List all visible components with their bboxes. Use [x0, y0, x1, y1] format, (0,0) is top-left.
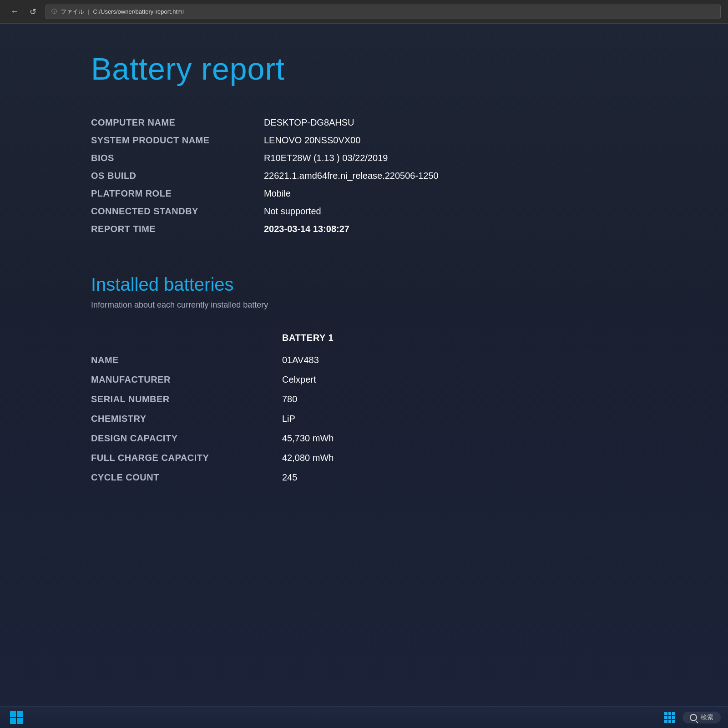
value-system-product: LENOVO 20NSS0VX00	[264, 135, 360, 146]
windows-pane-4	[17, 718, 23, 724]
grid-cell-6	[672, 716, 675, 719]
label-manufacturer: MANUFACTURER	[91, 374, 282, 385]
address-url: C:/Users/owner/battery-report.html	[93, 8, 183, 15]
start-button[interactable]	[7, 708, 25, 727]
battery-row-serial-number: SERIAL NUMBER 780	[91, 389, 637, 409]
installed-batteries-section: Installed batteries Information about ea…	[91, 274, 637, 487]
info-icon: ⓘ	[51, 8, 57, 15]
value-os-build: 22621.1.amd64fre.ni_release.220506-1250	[264, 171, 439, 181]
battery-row-full-charge: FULL CHARGE CAPACITY 42,080 mWh	[91, 448, 637, 468]
label-computer-name: COMPUTER NAME	[91, 117, 246, 128]
label-chemistry: CHEMISTRY	[91, 414, 282, 424]
section-subtitle-batteries: Information about each currently install…	[91, 300, 637, 310]
battery-row-chemistry: CHEMISTRY LiP	[91, 409, 637, 429]
windows-pane-1	[10, 711, 16, 717]
grid-cell-7	[664, 720, 667, 723]
info-row-connected-standby: CONNECTED STANDBY Not supported	[91, 202, 637, 220]
info-row-os-build: OS BUILD 22621.1.amd64fre.ni_release.220…	[91, 167, 637, 185]
taskbar: 検索	[0, 706, 728, 728]
value-manufacturer: Celxpert	[282, 374, 637, 385]
label-connected-standby: CONNECTED STANDBY	[91, 206, 246, 217]
battery-col-1: BATTERY 1	[282, 333, 637, 343]
grid-cell-3	[672, 712, 675, 715]
address-bar[interactable]: ⓘ ファイル | C:/Users/owner/battery-report.h…	[46, 5, 721, 19]
grid-cell-5	[668, 716, 672, 719]
label-bios: BIOS	[91, 153, 246, 163]
file-label: ファイル	[61, 8, 84, 16]
grid-cell-4	[664, 716, 667, 719]
info-row-system-product: SYSTEM PRODUCT NAME LENOVO 20NSS0VX00	[91, 131, 637, 149]
label-name: NAME	[91, 355, 282, 365]
battery-label-col-header	[91, 333, 282, 343]
value-chemistry: LiP	[282, 414, 637, 424]
battery-1-header: BATTERY 1	[282, 333, 334, 343]
battery-header-row: BATTERY 1	[91, 333, 637, 343]
label-platform-role: PLATFORM ROLE	[91, 188, 246, 199]
label-report-time: REPORT TIME	[91, 224, 246, 234]
battery-row-cycle-count: CYCLE COUNT 245	[91, 468, 637, 487]
label-cycle-count: CYCLE COUNT	[91, 472, 282, 483]
value-serial-number: 780	[282, 394, 637, 404]
windows-pane-2	[17, 711, 23, 717]
browser-bar: ← ↺ ⓘ ファイル | C:/Users/owner/battery-repo…	[0, 0, 728, 24]
search-icon	[690, 714, 697, 721]
battery-row-manufacturer: MANUFACTURER Celxpert	[91, 370, 637, 389]
label-serial-number: SERIAL NUMBER	[91, 394, 282, 404]
value-computer-name: DESKTOP-DG8AHSU	[264, 117, 354, 128]
label-full-charge: FULL CHARGE CAPACITY	[91, 453, 282, 463]
taskbar-search[interactable]: 検索	[682, 712, 721, 723]
refresh-button[interactable]: ↺	[25, 5, 40, 19]
info-row-report-time: REPORT TIME 2023-03-14 13:08:27	[91, 220, 637, 238]
value-bios: R10ET28W (1.13 ) 03/22/2019	[264, 153, 388, 163]
windows-pane-3	[10, 718, 16, 724]
value-name: 01AV483	[282, 355, 637, 365]
value-report-time: 2023-03-14 13:08:27	[264, 224, 349, 234]
battery-row-name: NAME 01AV483	[91, 350, 637, 370]
battery-table: BATTERY 1 NAME 01AV483 MANUFACTURER Celx…	[91, 333, 637, 487]
label-os-build: OS BUILD	[91, 171, 246, 181]
value-platform-role: Mobile	[264, 188, 291, 199]
value-connected-standby: Not supported	[264, 206, 321, 217]
label-design-capacity: DESIGN CAPACITY	[91, 433, 282, 444]
info-row-bios: BIOS R10ET28W (1.13 ) 03/22/2019	[91, 149, 637, 167]
value-design-capacity: 45,730 mWh	[282, 433, 637, 444]
search-label: 検索	[701, 713, 713, 722]
main-content: Battery report COMPUTER NAME DESKTOP-DG8…	[0, 24, 728, 706]
browser-nav: ← ↺	[7, 5, 40, 19]
value-cycle-count: 245	[282, 472, 637, 483]
label-system-product: SYSTEM PRODUCT NAME	[91, 135, 246, 146]
grid-cell-1	[664, 712, 667, 715]
value-full-charge: 42,080 mWh	[282, 453, 637, 463]
info-row-computer-name: COMPUTER NAME DESKTOP-DG8AHSU	[91, 114, 637, 131]
section-title-batteries: Installed batteries	[91, 274, 637, 295]
grid-cell-2	[668, 712, 672, 715]
grid-cell-9	[672, 720, 675, 723]
system-info-table: COMPUTER NAME DESKTOP-DG8AHSU SYSTEM PRO…	[91, 114, 637, 238]
back-button[interactable]: ←	[7, 5, 22, 19]
grid-cell-8	[668, 720, 672, 723]
grid-icon[interactable]	[662, 710, 677, 725]
info-row-platform-role: PLATFORM ROLE Mobile	[91, 185, 637, 202]
windows-icon	[10, 711, 23, 724]
battery-row-design-capacity: DESIGN CAPACITY 45,730 mWh	[91, 429, 637, 448]
page-title: Battery report	[91, 51, 637, 86]
separator: |	[88, 8, 89, 15]
